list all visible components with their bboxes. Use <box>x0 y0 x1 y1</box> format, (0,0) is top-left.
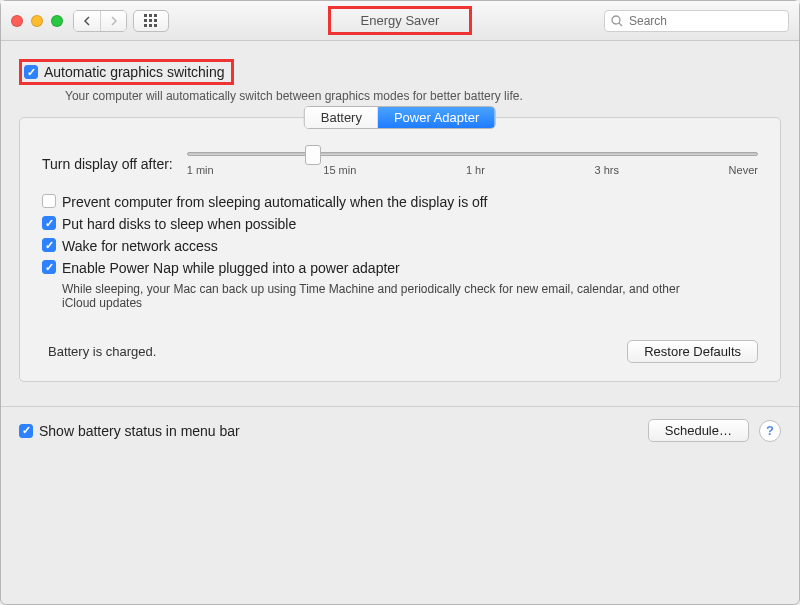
auto-graphics-row: Automatic graphics switching <box>19 59 781 85</box>
back-button[interactable] <box>74 11 100 31</box>
svg-rect-4 <box>149 19 152 22</box>
forward-button[interactable] <box>100 11 126 31</box>
battery-status-text: Battery is charged. <box>48 344 156 359</box>
svg-rect-0 <box>144 14 147 17</box>
zoom-window-button[interactable] <box>51 15 63 27</box>
window-title: Energy Saver <box>328 6 473 35</box>
svg-rect-8 <box>154 24 157 27</box>
menu-bar-status-checkbox[interactable] <box>19 424 33 438</box>
checkbox-power-nap[interactable] <box>42 260 56 274</box>
search-input[interactable] <box>627 13 782 29</box>
checkbox-wake-network[interactable] <box>42 238 56 252</box>
bottom-bar: Show battery status in menu bar Schedule… <box>1 406 799 454</box>
window-controls <box>11 15 63 27</box>
search-icon <box>611 15 623 27</box>
auto-graphics-label: Automatic graphics switching <box>44 64 225 80</box>
auto-graphics-checkbox[interactable] <box>24 65 38 79</box>
option-wake-network: Wake for network access <box>42 238 758 254</box>
window: Energy Saver Automatic graphics switchin… <box>0 0 800 605</box>
tick-label: Never <box>729 164 758 176</box>
menu-bar-status-label: Show battery status in menu bar <box>39 423 240 439</box>
settings-panel: Battery Power Adapter Turn display off a… <box>19 117 781 382</box>
svg-point-9 <box>612 16 620 24</box>
subtext-power-nap: While sleeping, your Mac can back up usi… <box>62 282 702 310</box>
titlebar: Energy Saver <box>1 1 799 41</box>
option-prevent-sleep: Prevent computer from sleeping automatic… <box>42 194 758 210</box>
tick-label: 3 hrs <box>595 164 619 176</box>
schedule-button[interactable]: Schedule… <box>648 419 749 442</box>
display-sleep-row: Turn display off after: 1 min 15 min 1 h… <box>42 152 758 176</box>
label-prevent-sleep: Prevent computer from sleeping automatic… <box>62 194 487 210</box>
checkbox-hdd-sleep[interactable] <box>42 216 56 230</box>
tick-label: 1 min <box>187 164 214 176</box>
auto-graphics-description: Your computer will automatically switch … <box>65 89 781 103</box>
slider-ticks: 1 min 15 min 1 hr 3 hrs Never <box>187 164 758 176</box>
power-source-tabs: Battery Power Adapter <box>304 106 496 129</box>
svg-line-10 <box>619 23 622 26</box>
svg-rect-3 <box>144 19 147 22</box>
svg-rect-7 <box>149 24 152 27</box>
label-hdd-sleep: Put hard disks to sleep when possible <box>62 216 296 232</box>
close-window-button[interactable] <box>11 15 23 27</box>
svg-rect-2 <box>154 14 157 17</box>
display-sleep-slider[interactable]: 1 min 15 min 1 hr 3 hrs Never <box>187 152 758 176</box>
options-list: Prevent computer from sleeping automatic… <box>42 194 758 310</box>
tick-label: 15 min <box>323 164 356 176</box>
tab-power-adapter[interactable]: Power Adapter <box>378 107 495 128</box>
svg-rect-1 <box>149 14 152 17</box>
minimize-window-button[interactable] <box>31 15 43 27</box>
option-power-nap: Enable Power Nap while plugged into a po… <box>42 260 758 276</box>
content: Automatic graphics switching Your comput… <box>1 41 799 392</box>
tab-battery[interactable]: Battery <box>305 107 378 128</box>
checkbox-prevent-sleep[interactable] <box>42 194 56 208</box>
display-sleep-label: Turn display off after: <box>42 156 173 172</box>
show-all-button[interactable] <box>133 10 169 32</box>
nav-back-forward <box>73 10 127 32</box>
svg-rect-5 <box>154 19 157 22</box>
slider-track <box>187 152 758 156</box>
svg-rect-6 <box>144 24 147 27</box>
slider-thumb[interactable] <box>305 145 321 165</box>
auto-graphics-highlight: Automatic graphics switching <box>19 59 234 85</box>
tick-label: 1 hr <box>466 164 485 176</box>
restore-defaults-button[interactable]: Restore Defaults <box>627 340 758 363</box>
option-hdd-sleep: Put hard disks to sleep when possible <box>42 216 758 232</box>
search-field[interactable] <box>604 10 789 32</box>
panel-footer: Battery is charged. Restore Defaults <box>42 340 758 363</box>
help-button[interactable]: ? <box>759 420 781 442</box>
label-wake-network: Wake for network access <box>62 238 218 254</box>
label-power-nap: Enable Power Nap while plugged into a po… <box>62 260 400 276</box>
